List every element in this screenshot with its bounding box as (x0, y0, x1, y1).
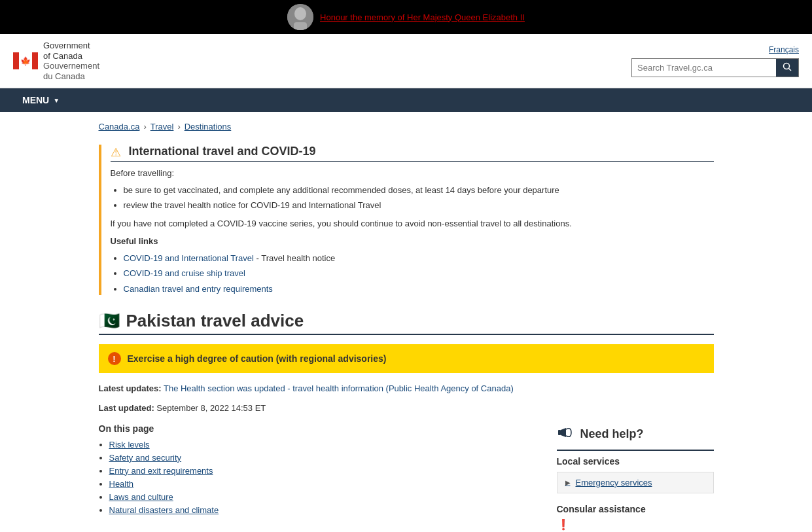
useful-link-2: COVID-19 and cruise ship travel (124, 267, 714, 280)
last-updated-label: Last updated: (99, 403, 154, 413)
covid-notice: ⚠ International travel and COVID-19 Befo… (99, 145, 714, 295)
list-item-risk: Risk levels (109, 439, 537, 450)
latest-updates-link[interactable]: The Health section was updated - travel … (164, 383, 514, 393)
menu-label: MENU (22, 95, 49, 105)
health-link[interactable]: Health (109, 479, 134, 489)
advisory-text: Exercise a high degree of caution (with … (128, 353, 387, 364)
main-content: Canada.ca › Travel › Destinations ⚠ Inte… (86, 112, 727, 532)
svg-text:🍁: 🍁 (20, 56, 31, 67)
covid-title: International travel and COVID-19 (129, 145, 316, 158)
pakistan-flag-icon: 🇵🇰 (99, 311, 120, 331)
disasters-link[interactable]: Natural disasters and climate (109, 505, 219, 515)
gov-fr-line2: du Canada (43, 71, 85, 81)
top-banner: Honour the memory of Her Majesty Queen E… (0, 0, 812, 34)
svg-rect-11 (558, 430, 561, 435)
consular-exclaim-icon: ❗ (557, 519, 570, 530)
gov-logo: 🍁 Government of Canada Gouvernement du C… (13, 41, 99, 81)
covid-warning-text: If you have not completed a COVID-19 vac… (111, 217, 714, 230)
chevron-down-icon: ▼ (53, 97, 60, 104)
entry-link[interactable]: Entry and exit requirements (109, 466, 213, 476)
search-icon (783, 62, 792, 71)
on-this-page-list: Risk levels Safety and security Entry an… (109, 439, 537, 515)
need-help-header: Need help? (557, 423, 714, 451)
covid-bullet-2: review the travel health notice for COVI… (124, 199, 714, 212)
canadian-entry-link[interactable]: Canadian travel and entry requirements (124, 284, 273, 294)
queen-memorial-link[interactable]: Honour the memory of Her Majesty Queen E… (320, 12, 525, 22)
need-help-box: Need help? Local services ▶ Emergency se… (557, 423, 714, 531)
last-updated: Last updated: September 8, 2022 14:53 ET (99, 403, 714, 413)
covid-intl-link[interactable]: COVID-19 and International Travel (124, 253, 254, 263)
covid-cruise-link[interactable]: COVID-19 and cruise ship travel (124, 268, 245, 278)
col-right: Need help? Local services ▶ Emergency se… (557, 423, 714, 531)
covid-bullets: be sure to get vaccinated, and complete … (124, 184, 714, 212)
svg-point-1 (294, 7, 306, 20)
menu-button[interactable]: MENU ▼ (13, 88, 69, 112)
useful-link-3: Canadian travel and entry requirements (124, 283, 714, 296)
breadcrumb-canada[interactable]: Canada.ca (99, 122, 140, 132)
covid-body: Before travelling: be sure to get vaccin… (111, 167, 714, 295)
local-services-title: Local services (557, 456, 714, 467)
useful-links-list: COVID-19 and International Travel - Trav… (124, 252, 714, 296)
before-travelling: Before travelling: (111, 167, 714, 180)
search-bar (631, 58, 799, 77)
advisory-banner: ! Exercise a high degree of caution (wit… (99, 344, 714, 373)
main-nav: MENU ▼ (0, 88, 812, 112)
safety-link[interactable]: Safety and security (109, 453, 182, 463)
header-right: Français (631, 45, 799, 77)
francais-link[interactable]: Français (769, 45, 799, 54)
pakistan-page-title: Pakistan travel advice (126, 311, 304, 331)
need-help-title: Need help? (580, 427, 644, 441)
emergency-services-button[interactable]: ▶ Emergency services (557, 472, 714, 493)
list-item-laws: Laws and culture (109, 491, 537, 502)
breadcrumb: Canada.ca › Travel › Destinations (99, 122, 714, 132)
list-item-health: Health (109, 478, 537, 489)
covid-title-row: ⚠ International travel and COVID-19 (111, 145, 714, 162)
gov-en-line2: of Canada (43, 51, 82, 61)
updates-section: Latest updates: The Health section was u… (99, 382, 714, 395)
gov-name: Government of Canada Gouvernement du Can… (43, 41, 99, 81)
breadcrumb-destinations[interactable]: Destinations (185, 122, 232, 132)
warning-triangle-icon: ⚠ (111, 145, 124, 158)
list-item-entry: Entry and exit requirements (109, 465, 537, 476)
search-button[interactable] (776, 59, 798, 77)
search-input[interactable] (632, 59, 776, 77)
latest-updates-label: Latest updates: (99, 383, 162, 393)
on-this-page: On this page Risk levels Safety and secu… (99, 423, 537, 515)
svg-rect-3 (13, 52, 19, 69)
canada-flag-icon: 🍁 (13, 52, 38, 69)
svg-rect-5 (32, 52, 38, 69)
useful-link-1: COVID-19 and International Travel - Trav… (124, 252, 714, 265)
queen-photo (287, 4, 313, 30)
gov-en-line1: Government (43, 41, 90, 50)
covid-link1-suffix: - Travel health notice (254, 253, 335, 263)
site-header: 🍁 Government of Canada Gouvernement du C… (0, 34, 812, 88)
list-item-safety: Safety and security (109, 452, 537, 463)
svg-line-8 (789, 68, 792, 71)
list-item-disasters: Natural disasters and climate (109, 505, 537, 515)
megaphone-icon (557, 423, 575, 442)
svg-rect-2 (294, 22, 307, 30)
two-col-layout: On this page Risk levels Safety and secu… (99, 423, 714, 532)
risk-levels-link[interactable]: Risk levels (109, 440, 150, 450)
breadcrumb-sep-2: › (177, 122, 180, 132)
pakistan-header: 🇵🇰 Pakistan travel advice (99, 311, 714, 335)
exclaim-icon: ! (108, 352, 121, 365)
breadcrumb-sep-1: › (143, 122, 146, 132)
on-this-page-title: On this page (99, 423, 537, 434)
emergency-services-label: Emergency services (576, 478, 652, 488)
triangle-right-icon: ▶ (565, 479, 571, 486)
gov-fr-line1: Gouvernement (43, 61, 99, 71)
last-updated-date: September 8, 2022 14:53 ET (156, 403, 266, 413)
col-left: On this page Risk levels Safety and secu… (99, 423, 537, 532)
covid-bullet-1: be sure to get vaccinated, and complete … (124, 184, 714, 197)
laws-link[interactable]: Laws and culture (109, 492, 173, 502)
breadcrumb-travel[interactable]: Travel (150, 122, 174, 132)
help-icon (557, 423, 575, 446)
svg-point-7 (784, 63, 790, 69)
consular-title: Consular assistance (557, 504, 714, 514)
useful-links-label: Useful links (111, 235, 714, 248)
